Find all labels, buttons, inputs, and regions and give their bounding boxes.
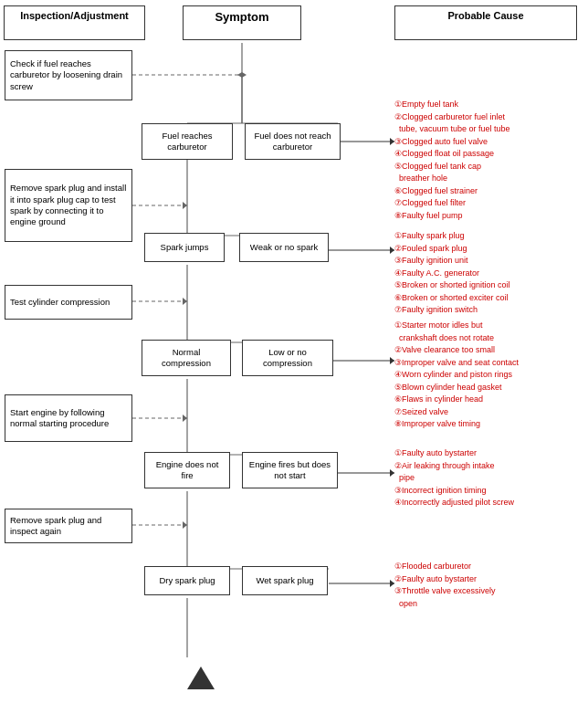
symptom-normal-compression: Normal compression [142, 340, 231, 376]
svg-marker-21 [183, 521, 187, 529]
inspection-box-1: Check if fuel reaches carburetor by loos… [5, 50, 132, 100]
svg-marker-15 [183, 202, 187, 209]
title-symptom: Symptom [183, 5, 301, 40]
inspection-box-3: Test cylinder compression [5, 285, 132, 320]
symptom-spark-jumps: Spark jumps [144, 233, 225, 262]
svg-marker-19 [183, 415, 187, 422]
symptom-weak-no-spark: Weak or no spark [239, 233, 329, 262]
causes-2: ①Faulty spark plug ②Fouled spark plug ③F… [394, 230, 584, 317]
diagram: Inspection/Adjustment Symptom Probable C… [0, 0, 588, 714]
causes-4: ①Faulty auto bystarter ②Air leaking thro… [394, 447, 586, 509]
title-inspection: Inspection/Adjustment [4, 5, 145, 40]
inspection-box-4: Start engine by following normal startin… [5, 394, 132, 442]
symptom-engine-not-fire: Engine does not fire [144, 452, 230, 488]
causes-1: ①Empty fuel tank ②Clogged carburetor fue… [394, 99, 584, 222]
causes-3: ①Starter motor idles but crankshaft does… [394, 320, 586, 431]
inspection-box-2: Remove spark plug and install it into sp… [5, 169, 132, 242]
inspection-box-5: Remove spark plug and inspect again [5, 509, 132, 543]
svg-marker-4 [237, 72, 247, 78]
svg-marker-17 [183, 298, 187, 305]
symptom-wet-spark-plug: Wet spark plug [242, 566, 328, 595]
title-probable-cause: Probable Cause [394, 5, 577, 40]
symptom-engine-fires: Engine fires but does not start [242, 452, 338, 488]
symptom-dry-spark-plug: Dry spark plug [144, 566, 230, 595]
symptom-fuel-not-reach: Fuel does not reach carburetor [245, 123, 341, 160]
symptom-fuel-reaches: Fuel reaches carburetor [142, 123, 233, 160]
symptom-low-no-compression: Low or no compression [242, 340, 333, 376]
svg-marker-32 [187, 667, 215, 689]
causes-5: ①Flooded carburetor ②Faulty auto bystart… [394, 561, 586, 610]
